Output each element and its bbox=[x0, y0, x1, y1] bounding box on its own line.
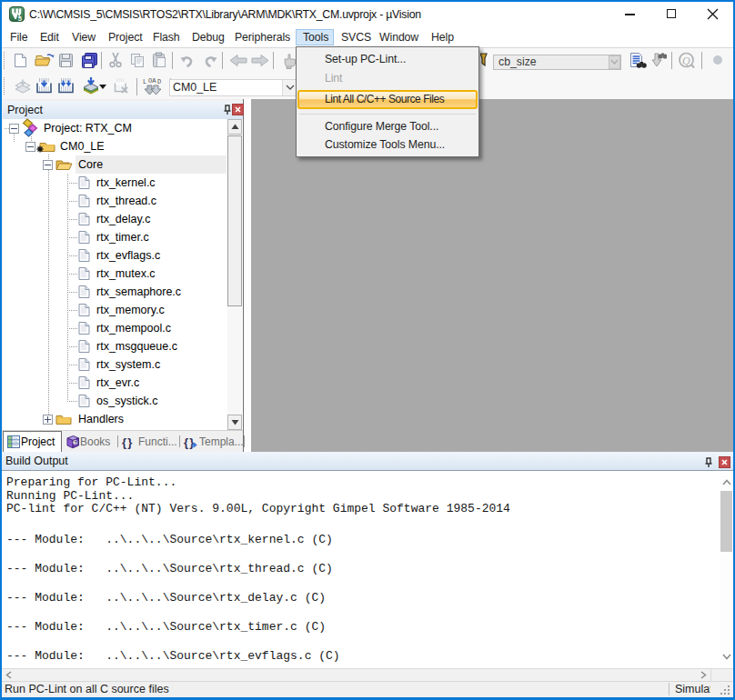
svg-text:D: D bbox=[157, 78, 161, 85]
svg-text:5: 5 bbox=[18, 15, 22, 22]
svg-text:Q: Q bbox=[682, 55, 690, 67]
svg-text:OA: OA bbox=[148, 77, 156, 85]
svg-text:L: L bbox=[143, 78, 146, 85]
svg-text:?: ? bbox=[74, 440, 77, 445]
